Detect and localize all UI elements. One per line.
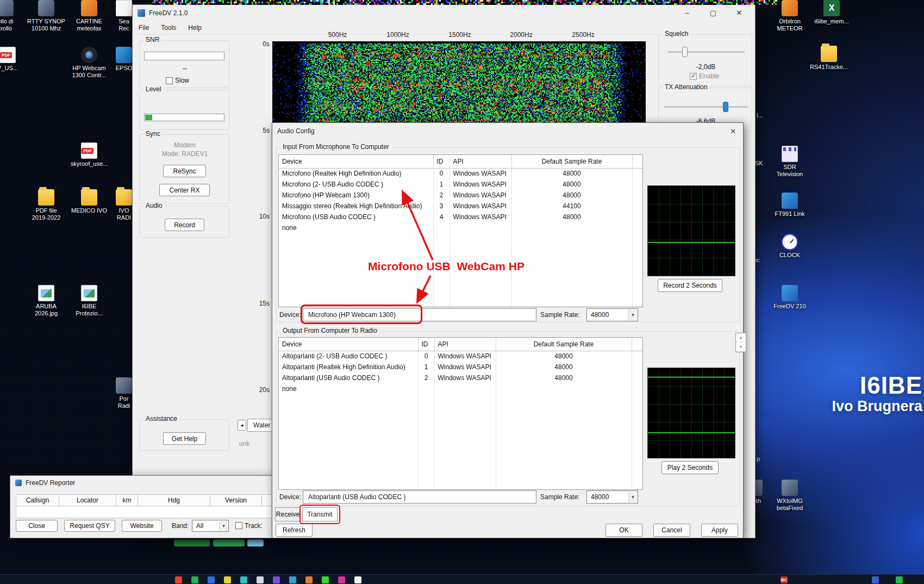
device-row[interactable]: Microfono (HP Webcam 1300)2Windows WASAP… [279, 190, 643, 201]
column-header[interactable]: Default Sample Rate [496, 338, 632, 351]
center-rx-button[interactable]: Center RX [159, 184, 210, 196]
empty-row [279, 288, 643, 299]
column-header[interactable]: API [434, 338, 496, 351]
device-row[interactable]: Microfono (USB Audio CODEC )4Windows WAS… [279, 212, 643, 222]
record-button[interactable]: Record [165, 219, 204, 231]
resync-button[interactable]: ReSync [163, 165, 206, 177]
desktop-icon-clock[interactable]: CLOCK [770, 234, 809, 259]
desktop-icon-aruba-2026[interactable]: ARUBA 2026.jpg [27, 285, 66, 317]
tab-receive[interactable]: Receive [275, 507, 301, 521]
column-header[interactable]: Device [279, 338, 418, 351]
desktop-icon-freedv-210[interactable]: FreeDV 210 [770, 285, 809, 310]
desktop-icon-modello-di-controllo[interactable]: ello di trollo [0, 0, 25, 32]
menu-help[interactable]: Help [182, 21, 208, 34]
request-qsy-button[interactable]: Request QSY [64, 520, 115, 532]
taskbar-icon[interactable] [305, 576, 313, 583]
taskbar-icon[interactable] [224, 576, 231, 583]
play-2-seconds-button[interactable]: Play 2 Seconds [661, 461, 719, 474]
tab-transmit[interactable]: Transmit [302, 507, 338, 521]
scroll-up-icon[interactable]: ▴ [736, 333, 746, 343]
tx-attenuation-slider-thumb[interactable] [723, 102, 728, 112]
device-row[interactable]: Microfono (Realtek High Definition Audio… [279, 168, 643, 179]
reporter-column-callsign[interactable]: Callsign [16, 495, 59, 506]
input-device-field[interactable]: Microfono (HP Webcam 1300) [303, 308, 536, 321]
taskbar-icon[interactable] [175, 576, 182, 583]
tx-attenuation-slider[interactable] [664, 106, 748, 108]
scrollbar-fragment[interactable]: ▴ ▾ [735, 333, 746, 352]
reporter-column-version[interactable]: Version [210, 495, 262, 506]
minimize-button[interactable]: – [678, 5, 696, 20]
input-sample-rate-dropdown[interactable]: 48000 ▾ [586, 308, 638, 321]
desktop-icon-v-us-pdf[interactable]: V_US... [0, 47, 27, 72]
column-header[interactable]: ID [433, 155, 449, 168]
freedv-titlebar[interactable]: FreeDV 2.1.0 [133, 5, 755, 21]
desktop-icon-rtty-synop[interactable]: RTTY SYNOP 10100 Mhz [27, 0, 66, 32]
column-header[interactable]: ID [418, 338, 434, 351]
output-device-field[interactable]: Altoparlanti (USB Audio CODEC ) [303, 490, 536, 504]
dialog-titlebar[interactable]: Audio Config [272, 123, 743, 139]
refresh-button[interactable]: Refresh [276, 524, 313, 537]
taskbar-icon[interactable]: BC [781, 576, 788, 583]
taskbar-icon[interactable] [273, 576, 280, 583]
track-checkbox[interactable] [235, 522, 242, 529]
taskbar-icon[interactable] [872, 576, 879, 583]
taskbar-icon[interactable] [191, 576, 198, 583]
desktop-icon-i6ibe-mem[interactable]: i6ibe_mem... [812, 0, 851, 25]
taskbar-icon[interactable] [289, 576, 296, 583]
taskbar-icon[interactable] [896, 576, 903, 583]
taskbar-icon[interactable] [338, 576, 345, 583]
desktop-icon-medico-ivo[interactable]: MEDICO IVO [70, 189, 109, 214]
taskbar-icon[interactable] [354, 576, 361, 583]
cancel-button[interactable]: Cancel [653, 524, 690, 537]
apply-button[interactable]: Apply [701, 524, 738, 537]
maximize-button[interactable]: ▢ [704, 5, 722, 20]
output-sample-rate-dropdown[interactable]: 48000 ▾ [586, 490, 638, 504]
desktop-icon-rs41-tracker[interactable]: RS41Tracke... [809, 46, 848, 71]
reporter-titlebar[interactable]: FreeDV Reporter [10, 476, 314, 490]
device-row[interactable]: Altoparlanti (USB Audio CODEC )2Windows … [279, 372, 643, 383]
record-2-seconds-button[interactable]: Record 2 Seconds [658, 279, 722, 292]
close-button[interactable]: ✕ [730, 5, 748, 20]
desktop-icon-hp-webcam-control[interactable]: HP Webcam 1300 Contr... [70, 47, 109, 79]
column-header[interactable]: Default Sample Rate [511, 155, 632, 168]
tab-scroll-left-icon[interactable]: ◄ [238, 420, 246, 431]
device-row[interactable]: Altoparlanti (2- USB Audio CODEC )0Windo… [279, 351, 643, 362]
desktop-icon-sdr-television[interactable]: SDR Television [770, 146, 809, 178]
desktop-icon-i6ibe-protezione[interactable]: I6IBE Protezio... [70, 285, 109, 317]
taskbar-icon[interactable] [322, 576, 329, 583]
website-button[interactable]: Website [122, 520, 162, 532]
squelch-enable-checkbox[interactable] [690, 73, 697, 80]
device-row[interactable]: Microfono (2- USB Audio CODEC )1Windows … [279, 179, 643, 190]
reporter-list-area[interactable] [16, 506, 309, 518]
taskbar-icon[interactable] [208, 576, 215, 583]
get-help-button[interactable]: Get Help [163, 432, 206, 445]
reporter-column-km[interactable]: km [116, 495, 138, 506]
reporter-close-button[interactable]: Close [16, 520, 58, 532]
dialog-close-button[interactable]: ✕ [726, 125, 741, 138]
band-dropdown[interactable]: All ▾ [192, 520, 229, 532]
reporter-column-hdg[interactable]: Hdg [138, 495, 210, 506]
taskbar-icon[interactable] [257, 576, 264, 583]
desktop-icon-skyroof-use[interactable]: skyroof_use... [70, 142, 109, 167]
desktop-icon-wxtoimg[interactable]: WXtoIMG betaFixed [770, 480, 809, 512]
column-header[interactable] [632, 338, 643, 351]
scroll-down-icon[interactable]: ▾ [736, 343, 746, 352]
desktop-icon-cartine-meteofax[interactable]: CARTINE meteofax [70, 0, 109, 32]
device-row[interactable]: none [279, 383, 643, 394]
ok-button[interactable]: OK [605, 524, 642, 537]
taskbar-icon[interactable] [240, 576, 247, 583]
device-row[interactable]: Missaggio stereo (Realtek High Definitio… [279, 201, 643, 212]
desktop-icon-pdf-file-2019-2022[interactable]: PDF file 2019-2022 [27, 189, 66, 221]
squelch-slider-thumb[interactable] [682, 47, 688, 57]
slow-checkbox[interactable] [166, 77, 173, 84]
column-header[interactable]: Device [279, 155, 433, 168]
desktop-icon-ft991-link[interactable]: FT991 Link [770, 192, 809, 218]
squelch-slider[interactable] [667, 51, 745, 53]
reporter-column-locator[interactable]: Locator [59, 495, 116, 506]
menu-file[interactable]: File [133, 21, 155, 34]
column-header[interactable]: API [449, 155, 511, 168]
menu-tools[interactable]: Tools [155, 21, 182, 34]
column-header[interactable] [632, 155, 643, 168]
device-row[interactable]: none [279, 222, 643, 233]
device-row[interactable]: Altoparlanti (Realtek High Definition Au… [279, 362, 643, 372]
